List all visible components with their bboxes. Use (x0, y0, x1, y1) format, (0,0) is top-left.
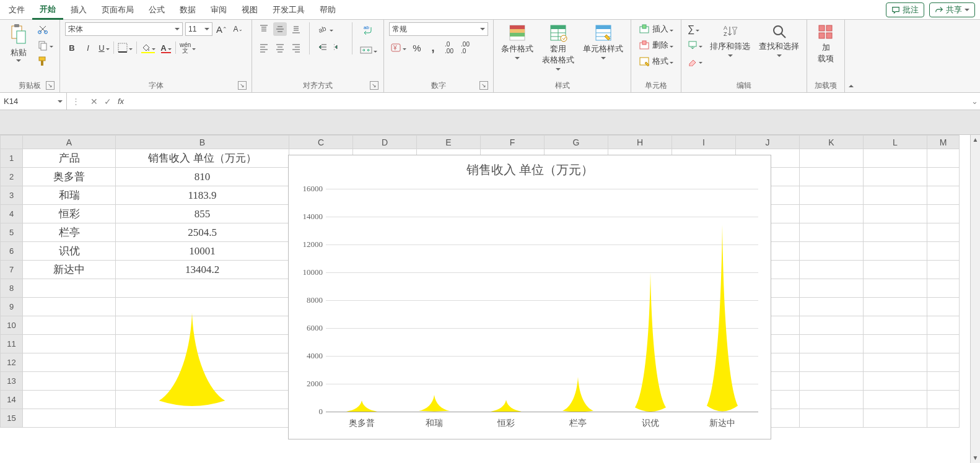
cell-A5[interactable]: 栏亭 (23, 223, 116, 242)
increase-indent-button[interactable] (332, 41, 346, 54)
tab-帮助[interactable]: 帮助 (312, 0, 343, 20)
row-header-5[interactable]: 5 (1, 223, 23, 242)
cell-A7[interactable]: 新达中 (23, 261, 116, 279)
col-header-B[interactable]: B (116, 136, 289, 149)
collapse-ribbon-button[interactable] (844, 20, 857, 92)
increase-decimal-button[interactable]: .0.00 (442, 41, 456, 54)
find-select-button[interactable]: 查找和选择 (756, 22, 802, 59)
cell-K6[interactable] (800, 242, 864, 261)
tab-数据[interactable]: 数据 (172, 0, 203, 20)
col-header-A[interactable]: A (23, 136, 116, 149)
cell-B6[interactable]: 10001 (116, 242, 289, 261)
clipboard-dialog-launcher[interactable]: ↘ (46, 81, 55, 90)
number-dialog-launcher[interactable]: ↘ (479, 81, 488, 90)
cell-M3[interactable] (927, 186, 960, 205)
sort-filter-button[interactable]: AZ排序和筛选 (707, 22, 753, 59)
align-center-button[interactable] (273, 41, 287, 54)
cell-A1[interactable]: 产品 (23, 149, 116, 168)
cell-M8[interactable] (927, 279, 960, 298)
tab-视图[interactable]: 视图 (234, 0, 265, 20)
cell-L5[interactable] (864, 223, 927, 242)
cell-A6[interactable]: 识优 (23, 242, 116, 261)
row-header-13[interactable]: 13 (1, 372, 23, 391)
cell-B2[interactable]: 810 (116, 168, 289, 186)
cell-L4[interactable] (864, 205, 927, 223)
cell-L14[interactable] (864, 391, 927, 409)
row-header-8[interactable]: 8 (1, 279, 23, 298)
cell-K11[interactable] (800, 335, 864, 353)
cell-L8[interactable] (864, 279, 927, 298)
cell-M10[interactable] (927, 316, 960, 335)
bold-button[interactable]: B (65, 41, 79, 54)
cell-K3[interactable] (800, 186, 864, 205)
cell-L1[interactable] (864, 149, 927, 168)
col-header-D[interactable]: D (353, 136, 417, 149)
cell-M13[interactable] (927, 372, 960, 391)
tab-开发工具[interactable]: 开发工具 (265, 0, 312, 20)
cell-M4[interactable] (927, 205, 960, 223)
row-header-6[interactable]: 6 (1, 242, 23, 261)
orientation-button[interactable]: ab (316, 22, 335, 36)
cell-B8[interactable] (116, 279, 289, 298)
conditional-format-button[interactable]: 条件格式 (499, 22, 536, 62)
phonetic-button[interactable]: wén文 (178, 41, 197, 54)
row-header-10[interactable]: 10 (1, 316, 23, 335)
cell-B3[interactable]: 1183.9 (116, 186, 289, 205)
format-painter-button[interactable] (36, 54, 50, 68)
align-dialog-launcher[interactable]: ↘ (370, 81, 378, 90)
borders-button[interactable] (116, 41, 134, 54)
enter-formula-button[interactable]: ✓ (104, 97, 112, 106)
delete-cells-button[interactable]: 删除 (636, 38, 676, 52)
cell-M6[interactable] (927, 242, 960, 261)
cell-A15[interactable] (23, 409, 116, 428)
col-header-C[interactable]: C (289, 136, 353, 149)
format-as-table-button[interactable]: 套用 表格格式 (540, 22, 577, 73)
cell-L11[interactable] (864, 335, 927, 353)
row-header-1[interactable]: 1 (1, 149, 23, 168)
percent-format-button[interactable]: % (410, 41, 424, 54)
font-size-combo[interactable]: 11 (185, 22, 212, 36)
cell-K9[interactable] (800, 298, 864, 316)
clear-button[interactable] (686, 54, 704, 68)
cell-M14[interactable] (927, 391, 960, 409)
decrease-font-button[interactable]: A⌄ (231, 22, 245, 36)
comments-button[interactable]: 批注 (886, 2, 924, 17)
cell-M7[interactable] (927, 261, 960, 279)
cell-L10[interactable] (864, 316, 927, 335)
col-header-K[interactable]: K (800, 136, 864, 149)
paste-button[interactable]: 粘贴 (5, 22, 32, 64)
fill-color-button[interactable] (139, 41, 157, 54)
row-header-11[interactable]: 11 (1, 335, 23, 353)
scroll-up-button[interactable]: ▲ (971, 135, 980, 145)
align-top-button[interactable] (257, 22, 271, 36)
cell-M15[interactable] (927, 409, 960, 428)
cell-A11[interactable] (23, 335, 116, 353)
row-header-4[interactable]: 4 (1, 205, 23, 223)
cell-M1[interactable] (927, 149, 960, 168)
col-header-E[interactable]: E (417, 136, 481, 149)
font-dialog-launcher[interactable]: ↘ (238, 81, 247, 90)
cell-K15[interactable] (800, 409, 864, 428)
cell-styles-button[interactable]: 单元格样式 (580, 22, 626, 62)
cell-M12[interactable] (927, 353, 960, 372)
cell-K7[interactable] (800, 261, 864, 279)
cell-K10[interactable] (800, 316, 864, 335)
align-middle-button[interactable] (273, 22, 287, 36)
cell-L2[interactable] (864, 168, 927, 186)
select-all-corner[interactable] (1, 136, 23, 149)
share-button[interactable]: 共享 (929, 2, 975, 17)
cell-A12[interactable] (23, 353, 116, 372)
autosum-button[interactable]: ∑ (686, 22, 701, 36)
addins-button[interactable]: 加 载项 (812, 22, 839, 66)
cell-M11[interactable] (927, 335, 960, 353)
cell-A2[interactable]: 奥多普 (23, 168, 116, 186)
cell-L3[interactable] (864, 186, 927, 205)
cell-B4[interactable]: 855 (116, 205, 289, 223)
tab-公式[interactable]: 公式 (141, 0, 172, 20)
row-header-15[interactable]: 15 (1, 409, 23, 428)
col-header-I[interactable]: I (672, 136, 736, 149)
wrap-text-button[interactable]: ab (359, 22, 377, 38)
col-header-L[interactable]: L (864, 136, 927, 149)
row-header-3[interactable]: 3 (1, 186, 23, 205)
scroll-down-button[interactable]: ▼ (971, 453, 980, 463)
